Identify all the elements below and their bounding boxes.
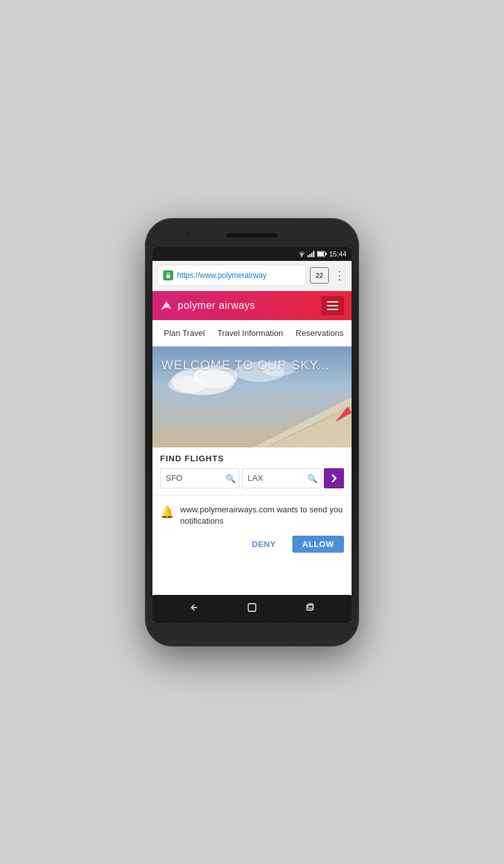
find-flights-section: FIND FLIGHTS 🔍 🔍	[152, 447, 352, 495]
svg-rect-19	[248, 604, 256, 611]
address-bar[interactable]: https://www.polymerairway	[158, 265, 306, 286]
status-bar: 15:44	[152, 247, 352, 261]
hamburger-line-2	[327, 305, 338, 306]
svg-rect-2	[309, 254, 311, 257]
hamburger-menu-button[interactable]	[321, 296, 344, 315]
status-icons: 15:44	[298, 250, 346, 258]
destination-input-wrap: 🔍	[242, 468, 321, 488]
airline-logo-icon	[160, 299, 173, 312]
svg-rect-21	[308, 604, 313, 608]
android-nav-bar	[152, 595, 352, 623]
flight-search-button[interactable]	[324, 468, 344, 488]
notification-allow-button[interactable]: ALLOW	[292, 536, 344, 553]
back-button[interactable]	[188, 602, 200, 616]
battery-icon	[317, 251, 327, 257]
origin-search-icon: 🔍	[226, 473, 236, 483]
chevron-right-icon	[329, 474, 338, 483]
airline-header: polymer airways	[152, 291, 352, 320]
signal-icon	[307, 251, 315, 257]
url-text: https://www.polymerairway	[177, 271, 266, 280]
hamburger-line-1	[327, 301, 338, 302]
svg-rect-3	[311, 253, 312, 257]
earpiece-speaker	[227, 233, 277, 238]
svg-point-0	[301, 256, 302, 257]
nav-tab-plan-travel[interactable]: Plan Travel	[158, 320, 211, 346]
nav-tab-reservations[interactable]: Reservations	[289, 320, 350, 346]
notification-bar: 🔔 www.polymerairways.com wants to send y…	[152, 495, 352, 559]
destination-search-icon: 🔍	[307, 473, 318, 483]
hero-background: WELCOME TO OUR SKY...	[152, 347, 352, 447]
wifi-icon	[298, 251, 306, 257]
phone-device: 15:44 https://www.polymerairway 22 ⋮	[145, 218, 359, 647]
svg-rect-1	[307, 255, 309, 257]
front-camera	[185, 232, 190, 237]
svg-rect-8	[166, 275, 170, 278]
hamburger-line-3	[327, 309, 338, 310]
recents-button[interactable]	[304, 602, 316, 616]
svg-rect-7	[318, 252, 324, 256]
find-flights-label: FIND FLIGHTS	[160, 454, 344, 463]
home-button[interactable]	[246, 602, 258, 616]
nav-tab-travel-information[interactable]: Travel Information	[211, 320, 289, 346]
notification-message-text: www.polymerairways.com wants to send you…	[180, 504, 344, 527]
navigation-tabs: Plan Travel Travel Information Reservati…	[152, 320, 352, 347]
flight-search-row: 🔍 🔍	[160, 468, 344, 488]
svg-point-14	[168, 376, 206, 393]
phone-bottom-bezel	[152, 623, 352, 638]
origin-input-wrap: 🔍	[160, 468, 239, 488]
chrome-menu-button[interactable]: ⋮	[333, 270, 346, 281]
ssl-lock-icon	[163, 270, 173, 280]
hero-title: WELCOME TO OUR SKY...	[161, 358, 329, 372]
airline-logo-area: polymer airways	[160, 299, 255, 312]
svg-rect-4	[313, 251, 314, 257]
hero-section: WELCOME TO OUR SKY...	[152, 347, 352, 447]
svg-marker-9	[161, 301, 169, 309]
notification-actions: DENY ALLOW	[160, 536, 344, 553]
phone-top-bezel	[152, 227, 352, 245]
phone-screen: 15:44 https://www.polymerairway 22 ⋮	[152, 247, 352, 623]
website-content: polymer airways Plan Travel Travel Infor…	[152, 291, 352, 592]
status-time: 15:44	[329, 250, 346, 258]
notification-deny-button[interactable]: DENY	[242, 536, 286, 553]
chrome-bar: https://www.polymerairway 22 ⋮	[152, 261, 352, 291]
airline-name-text: polymer airways	[178, 300, 255, 311]
notification-bell-icon: 🔔	[160, 505, 174, 519]
tab-switcher-button[interactable]: 22	[310, 267, 329, 284]
notification-content: 🔔 www.polymerairways.com wants to send y…	[160, 504, 344, 527]
svg-rect-6	[326, 253, 327, 255]
